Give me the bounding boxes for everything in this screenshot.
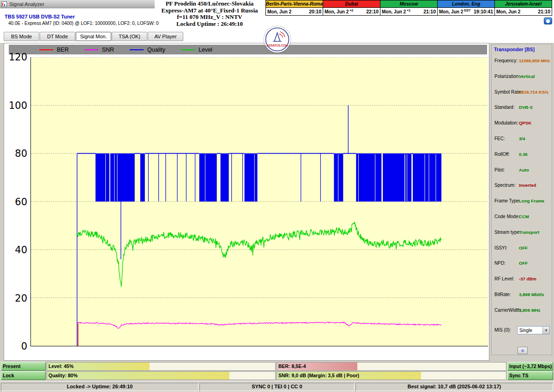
clock-city: Jerusalem-Israel — [495, 0, 552, 8]
transponder-title: Transponder [BS] — [494, 47, 535, 52]
sync-ts-label: Sync TS — [509, 373, 528, 378]
y-tick-80: 80 — [4, 148, 27, 159]
input-label: Input (~3,72 Mbps) — [509, 363, 552, 369]
field-label: RollOff: — [494, 152, 510, 157]
field-value: Auto — [519, 167, 529, 172]
clock-offset: +1 — [407, 9, 410, 12]
y-tick-60: 60 — [4, 197, 27, 207]
field-label: Frequency: — [494, 58, 518, 63]
mis-value: Single — [519, 328, 532, 333]
field-value: Inverted — [519, 183, 536, 188]
field-label: Polarization: — [494, 74, 520, 79]
snr-label: SNR: 9,0 dB (Margin: 3,5 dB | Poor) — [278, 372, 359, 380]
transponder-row-code-mode: Code Mode:CCM — [492, 214, 552, 220]
transponder-row-spectrum: Spectrum:Inverted — [492, 183, 552, 189]
y-tick-40: 40 — [4, 245, 27, 255]
clock-time-row: Mon, Jun 2DST19:10:41 — [438, 8, 494, 15]
transponder-row-pilot: Pilot:Auto — [492, 167, 552, 174]
quality-label: Quality: 80% — [48, 372, 78, 380]
transponder-panel: Transponder [BS] Frequency:11069,959 MHz… — [491, 44, 552, 355]
antenna-icon: DXSATCS.COM — [265, 27, 289, 52]
world-clock-jerusalem-israel: Jerusalem-IsraelMon, Jun 221:10 — [495, 0, 552, 15]
site-info: PF Prodelin 450/Lučenec-Slovakia Express… — [152, 0, 267, 27]
world-clock-dubai: DubaiMon, Jun 2+222:10 — [323, 0, 380, 15]
clock-time-row: Mon, Jun 220:10 — [266, 8, 323, 15]
clock-offset: +2 — [349, 9, 353, 12]
field-label: Frame Type: — [494, 198, 520, 203]
legend-label: Level — [199, 47, 212, 53]
tuner-block: TBS 5927 USB DVB-S2 Tuner 40.0E - Expres… — [5, 14, 159, 26]
quality-bar: Quality: 80% — [47, 371, 276, 380]
clock-city: Dubai — [323, 0, 380, 8]
mis-row: MIS (0): Single ▼ — [492, 327, 552, 336]
clock-date: Mon, Jun 2 — [382, 9, 406, 14]
tab-bs-mode[interactable]: BS Mode — [4, 32, 39, 41]
world-clock-moscow: MoscowMon, Jun 2+121:10 — [380, 0, 438, 15]
field-value: Transport — [519, 230, 539, 235]
chevron-down-icon: ▼ — [542, 327, 549, 334]
titlebar: Signal Analyzer — [0, 0, 155, 8]
present-indicator: Present — [1, 362, 46, 371]
bottom-status-bar: Locked -> Uptime: 26:49:10 SYNC 0 | TEI … — [0, 381, 554, 392]
clock-time-row: Mon, Jun 2+222:10 — [323, 8, 380, 15]
level-bar: Level: 45% — [47, 362, 276, 371]
transponder-row-bitrate: BitRate:3,898 Mbit/s — [492, 292, 552, 298]
report-button[interactable]: ≡ — [518, 347, 528, 354]
ber-bar: BER: 8,5E-4 — [277, 362, 506, 371]
tab-dt-mode[interactable]: DT Mode — [40, 32, 75, 41]
transponder-row-issyi: ISSYI:OFF — [492, 245, 552, 252]
field-label: BitRate: — [494, 292, 511, 297]
field-value: -37 dBm — [519, 276, 536, 281]
site-info-line-2: Express-AM7 at 40°E_Fixed-1 Russia — [152, 7, 267, 14]
transponder-row-frame-type: Frame Type:Long Frame — [492, 198, 552, 205]
field-value: 11069,959 MHz — [519, 58, 550, 63]
clock-offset: DST — [464, 9, 470, 12]
tab-signal-mon[interactable]: Signal Mon. — [76, 32, 111, 41]
legend-line-icon — [181, 49, 195, 50]
tray-clock-icon[interactable] — [544, 18, 552, 24]
clock-city: Berlin-Paris-Vienna-Roma — [266, 0, 323, 8]
legend-snr: SNR — [84, 47, 114, 53]
field-value: Vertical — [519, 74, 535, 79]
field-label: Code Mode: — [494, 214, 519, 219]
tab-av-player[interactable]: AV Player — [148, 32, 183, 41]
clock-date: Mon, Jun 2 — [267, 9, 291, 14]
clock-date: Mon, Jun 2 — [439, 9, 463, 14]
y-tick-20: 20 — [4, 293, 27, 303]
legend-ber: BER — [39, 47, 69, 53]
clock-time-row: Mon, Jun 2+121:10 — [380, 8, 437, 15]
status-row-1: Present Level: 45% BER: 8,5E-4 Input (~3… — [0, 362, 554, 371]
site-info-line-1: PF Prodelin 450/Lučenec-Slovakia — [152, 0, 267, 7]
legend-line-icon — [39, 49, 53, 50]
field-value: OFF — [519, 245, 528, 250]
transponder-row-carrierwidth: CarrierWidth:3,806 MHz — [492, 308, 552, 314]
app-icon — [1, 1, 7, 7]
field-value: QPSK — [519, 120, 531, 125]
dxsatcs-logo: DXSATCS.COM — [264, 26, 290, 53]
legend-label: BER — [57, 47, 69, 53]
transponder-row-fec: FEC:3/4 — [492, 136, 552, 143]
legend-line-icon — [84, 49, 98, 50]
field-value: 3/4 — [519, 136, 525, 141]
field-label: Spectrum: — [494, 183, 516, 188]
transponder-row-rf-level: RF Level:-37 dBm — [492, 276, 552, 283]
tab-tsa-ok[interactable]: TSA (OK) — [112, 32, 147, 41]
transponder-row-npd: NPD:OFF — [492, 261, 552, 267]
clock-time: 21:10 — [538, 9, 550, 14]
clock-time: 20:10 — [309, 9, 321, 14]
field-label: Pilot: — [494, 167, 505, 172]
mis-select[interactable]: Single ▼ — [517, 326, 550, 334]
legend-label: Quality — [147, 47, 165, 53]
transponder-row-standard: Standard:DVB-S — [492, 105, 552, 111]
uptime-status: Locked -> Uptime: 26:49:10 — [1, 383, 199, 391]
field-label: NPD: — [494, 261, 506, 266]
y-tick-120: 120 — [4, 52, 27, 62]
snr-bar: SNR: 9,0 dB (Margin: 3,5 dB | Poor) — [277, 371, 506, 380]
y-tick-0: 0 — [4, 341, 27, 351]
transponder-row-symbol-rate: Symbol Rate:2819,724 KS/s — [492, 89, 552, 96]
legend-label: SNR — [102, 47, 114, 53]
tab-bar: BS ModeDT ModeSignal Mon.TSA (OK)AV Play… — [4, 32, 183, 41]
clock-city: London, Eng — [438, 0, 494, 8]
mis-label: MIS (0): — [494, 327, 511, 333]
field-value: 2819,724 KS/s — [519, 89, 548, 95]
